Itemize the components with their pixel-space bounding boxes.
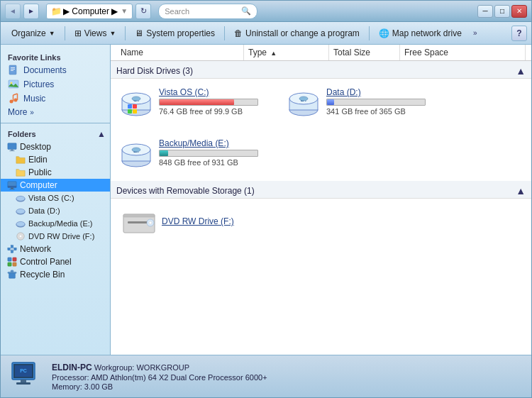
forward-button[interactable]: ► [23, 4, 39, 19]
col-total-size[interactable]: Total Size [329, 45, 400, 60]
address-label: ▶ Computer ▶ [63, 6, 118, 16]
drive-d-size: 341 GB free of 365 GB [326, 107, 437, 116]
sidebar-link-music[interactable]: Music [1, 92, 110, 106]
removable-section-header: Devices with Removable Storage (1) ▲ [111, 181, 531, 199]
views-icon: ⊞ [74, 28, 82, 38]
title-bar-left: ◄ ► 📁 ▶ Computer ▶ ▼ ↻ Search 🔍 [5, 4, 257, 19]
svg-point-19 [16, 196, 25, 201]
hard-disks-collapse-button[interactable]: ▲ [516, 65, 526, 77]
map-drive-button[interactable]: 🌐 Map network drive [372, 24, 468, 43]
svg-rect-61 [128, 221, 148, 223]
svg-text:PC: PC [20, 368, 27, 373]
organize-button[interactable]: Organize ▼ [5, 24, 62, 43]
drive-e-info: Backup/Media (E:) 848 GB free of 931 GB [159, 138, 270, 167]
address-bar: 📁 ▶ Computer ▶ ▼ ↻ [46, 4, 151, 19]
organize-label: Organize [11, 28, 46, 38]
sidebar-divider [1, 123, 110, 123]
tree-item-backup[interactable]: Backup/Media (E:) [1, 217, 110, 230]
status-info: ELDIN-PC Workgroup: WORKGROUP Processor:… [52, 363, 267, 391]
col-type[interactable]: Type ▲ [244, 45, 329, 60]
removable-collapse-button[interactable]: ▲ [516, 185, 526, 197]
folders-collapse-icon: ▲ [97, 129, 106, 139]
computer-tree-icon [6, 179, 18, 191]
svg-line-31 [10, 249, 11, 252]
col-name[interactable]: Name [116, 45, 244, 60]
col-free-space[interactable]: Free Space [400, 45, 526, 60]
maximize-button[interactable]: □ [494, 5, 510, 18]
network-tree-icon [6, 243, 18, 255]
svg-rect-0 [9, 65, 16, 74]
toolbar-separator-2 [125, 26, 126, 40]
tree-item-vista[interactable]: Vista OS (C:) [1, 192, 110, 204]
tree-item-control-panel[interactable]: Control Panel [1, 255, 110, 268]
search-icon: 🔍 [241, 6, 251, 16]
svg-rect-15 [8, 186, 16, 188]
vista-tree-icon [15, 192, 26, 204]
drive-e-bar-bg [159, 150, 258, 157]
svg-rect-48 [133, 109, 137, 114]
tree-item-dvd[interactable]: DVD RW Drive (F:) [1, 230, 110, 243]
tree-item-computer[interactable]: Computer [1, 179, 110, 192]
drive-d-item[interactable]: D: Data (D:) 341 GB free of 365 GB [284, 84, 440, 124]
back-button[interactable]: ◄ [5, 4, 21, 19]
backup-tree-icon [15, 218, 26, 229]
hard-drives-grid: C: Vista OS (C:) [111, 79, 531, 181]
address-input[interactable]: 📁 ▶ Computer ▶ ▼ [46, 4, 133, 19]
system-properties-button[interactable]: 🖥 System properties [128, 24, 221, 43]
sidebar-link-pictures[interactable]: Pictures [1, 77, 110, 92]
svg-point-44 [132, 96, 140, 101]
drive-d-icon: D: [287, 87, 321, 121]
tree-item-public[interactable]: Public [1, 166, 110, 179]
uninstall-icon: 🗑 [234, 28, 243, 38]
toolbar-separator-1 [65, 26, 65, 40]
system-properties-label: System properties [146, 28, 215, 38]
removable-title: Devices with Removable Storage (1) [116, 186, 255, 196]
drive-c-item[interactable]: C: Vista OS (C:) [116, 84, 272, 124]
tree-item-data[interactable]: Data (D:) [1, 204, 110, 217]
svg-line-9 [13, 94, 18, 95]
uninstall-button[interactable]: 🗑 Uninstall or change a program [228, 24, 366, 43]
folders-header[interactable]: Folders ▲ [1, 128, 110, 140]
more-link[interactable]: More » [1, 106, 110, 118]
toolbar-more-button[interactable]: » [470, 26, 481, 41]
tree-item-network[interactable]: Network [1, 243, 110, 255]
svg-rect-37 [9, 272, 16, 278]
svg-line-32 [13, 249, 14, 252]
tree-item-recycle-bin[interactable]: Recycle Bin [1, 268, 110, 281]
svg-rect-38 [8, 272, 16, 274]
close-button[interactable]: ✕ [511, 5, 527, 18]
dvd-icon [122, 204, 156, 238]
dvd-tree-icon [15, 231, 26, 242]
tree-item-desktop[interactable]: Desktop [1, 140, 110, 153]
svg-rect-2 [11, 69, 15, 70]
svg-rect-12 [11, 150, 13, 151]
status-line-1: ELDIN-PC Workgroup: WORKGROUP [52, 363, 267, 372]
uninstall-label: Uninstall or change a program [245, 28, 360, 38]
tree-item-eldin[interactable]: Eldin [1, 153, 110, 166]
svg-rect-17 [10, 189, 15, 189]
svg-rect-28 [14, 248, 17, 250]
recycle-bin-tree-icon [6, 269, 18, 280]
tree-label-dvd: DVD RW Drive (F:) [28, 232, 94, 241]
drive-c-size: 76.4 GB free of 99.9 GB [159, 107, 270, 116]
svg-rect-47 [133, 104, 137, 109]
minimize-button[interactable]: ─ [477, 5, 493, 18]
drive-c-bar-bg [159, 99, 258, 106]
refresh-button[interactable]: ↻ [135, 4, 151, 19]
drive-c-bar-fill [160, 99, 234, 105]
drive-c-info: Vista OS (C:) 76.4 GB free of 99.9 GB [159, 87, 270, 116]
toolbar-separator-4 [369, 26, 370, 40]
hard-disks-title: Hard Disk Drives (3) [116, 66, 193, 76]
dvd-drive-item[interactable]: DVD RW Drive (F:) [111, 199, 531, 244]
drive-e-item[interactable]: E: Backup/Media (E:) 848 GB free of 931 … [116, 136, 272, 175]
svg-point-58 [132, 148, 140, 152]
help-button[interactable]: ? [511, 26, 527, 41]
sidebar-link-documents[interactable]: Documents [1, 63, 110, 77]
folder-icon: 📁 [51, 6, 62, 16]
drive-e-icon: E: [119, 138, 153, 172]
search-box[interactable]: Search 🔍 [158, 4, 257, 19]
drive-d-bar-fill [327, 99, 334, 105]
tree-label-recycle-bin: Recycle Bin [20, 270, 65, 280]
views-button[interactable]: ⊞ Views ▼ [68, 24, 123, 43]
status-line-2: Processor: AMD Athlon(tm) 64 X2 Dual Cor… [52, 373, 267, 382]
